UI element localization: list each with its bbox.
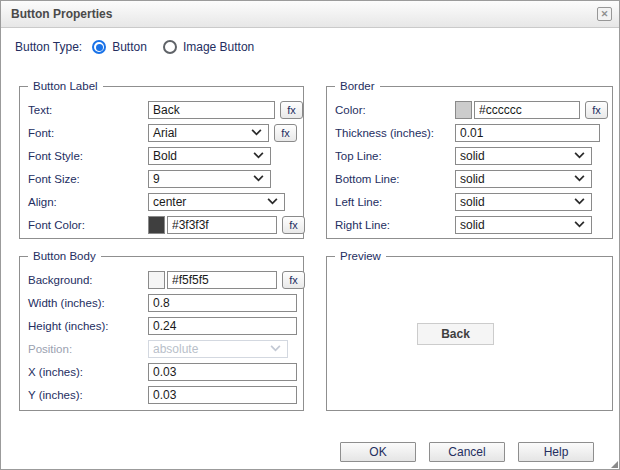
chevron-down-icon <box>574 152 585 159</box>
font-color-field-row: Font Color: fx <box>28 215 297 234</box>
align-select-value: center <box>153 195 186 209</box>
button-properties-dialog: Button Properties ✕ Button Type: Button … <box>0 0 620 470</box>
button-body-group: Button Body Background: fx Width (inches… <box>19 256 304 411</box>
height-label: Height (inches): <box>28 320 148 332</box>
button-type-label: Button Type: <box>15 40 82 54</box>
font-color-swatch[interactable] <box>148 216 165 234</box>
button-label-group: Button Label Text: fx Font: Arial fx Fon… <box>19 86 304 239</box>
button-label-legend: Button Label <box>28 79 103 93</box>
text-field-row: Text: fx <box>28 100 297 119</box>
bottom-line-field-row: Bottom Line: solid <box>335 169 606 188</box>
font-select[interactable]: Arial <box>148 124 269 142</box>
width-input[interactable] <box>148 294 297 312</box>
text-input[interactable] <box>148 101 275 119</box>
chevron-down-icon <box>251 129 262 136</box>
help-button[interactable]: Help <box>518 442 594 462</box>
background-swatch[interactable] <box>148 271 165 289</box>
border-color-fx-button[interactable]: fx <box>585 101 608 119</box>
position-label: Position: <box>28 343 148 355</box>
height-input[interactable] <box>148 317 297 335</box>
position-field-row: Position: absolute <box>28 339 297 358</box>
background-field-row: Background: fx <box>28 270 297 289</box>
font-color-fx-button[interactable]: fx <box>282 216 305 234</box>
right-line-field-row: Right Line: solid <box>335 215 606 234</box>
radio-option-button[interactable]: Button <box>92 40 147 54</box>
border-color-label: Color: <box>335 104 455 116</box>
radio-option-button-label: Button <box>112 40 147 54</box>
width-field-row: Width (inches): <box>28 293 297 312</box>
background-fx-button[interactable]: fx <box>282 271 305 289</box>
dialog-footer: OK Cancel Help <box>340 442 594 462</box>
top-line-label: Top Line: <box>335 150 455 162</box>
font-label: Font: <box>28 127 148 139</box>
border-group: Border Color: fx Thickness (inches): Top… <box>326 86 613 239</box>
border-color-field-row: Color: fx <box>335 100 606 119</box>
align-select[interactable]: center <box>148 193 285 211</box>
font-field-row: Font: Arial fx <box>28 123 297 142</box>
align-field-row: Align: center <box>28 192 297 211</box>
font-select-value: Arial <box>153 126 177 140</box>
x-input[interactable] <box>148 363 297 381</box>
chevron-down-icon <box>574 175 585 182</box>
font-style-field-row: Font Style: Bold <box>28 146 297 165</box>
close-icon[interactable]: ✕ <box>597 7 612 21</box>
radio-unselected-icon[interactable] <box>163 40 177 54</box>
border-color-input[interactable] <box>474 101 580 119</box>
font-style-label: Font Style: <box>28 150 148 162</box>
x-field-row: X (inches): <box>28 362 297 381</box>
font-style-select-value: Bold <box>153 149 177 163</box>
bottom-line-select[interactable]: solid <box>455 170 592 188</box>
button-body-legend: Button Body <box>28 249 101 263</box>
preview-legend: Preview <box>335 249 386 263</box>
width-label: Width (inches): <box>28 297 148 309</box>
radio-option-image-button-label: Image Button <box>183 40 254 54</box>
thickness-input[interactable] <box>455 124 600 142</box>
y-label: Y (inches): <box>28 389 148 401</box>
button-type-row: Button Type: Button Image Button <box>15 38 270 56</box>
font-size-select[interactable]: 9 <box>148 170 271 188</box>
preview-back-button: Back <box>417 323 494 345</box>
text-fx-button[interactable]: fx <box>280 101 303 119</box>
left-line-select[interactable]: solid <box>455 193 592 211</box>
resize-grip-icon[interactable] <box>611 461 618 468</box>
chevron-down-icon <box>574 221 585 228</box>
x-label: X (inches): <box>28 366 148 378</box>
left-line-label: Left Line: <box>335 196 455 208</box>
bottom-line-select-value: solid <box>460 172 485 186</box>
right-line-select[interactable]: solid <box>455 216 592 234</box>
radio-selected-icon[interactable] <box>92 40 106 54</box>
border-color-swatch[interactable] <box>455 101 472 119</box>
chevron-down-icon <box>253 152 264 159</box>
font-fx-button[interactable]: fx <box>274 124 297 142</box>
thickness-label: Thickness (inches): <box>335 127 455 139</box>
background-input[interactable] <box>167 271 277 289</box>
top-line-field-row: Top Line: solid <box>335 146 606 165</box>
dialog-titlebar: Button Properties ✕ <box>1 1 619 28</box>
align-label: Align: <box>28 196 148 208</box>
cancel-button[interactable]: Cancel <box>429 442 505 462</box>
y-input[interactable] <box>148 386 297 404</box>
height-field-row: Height (inches): <box>28 316 297 335</box>
right-line-label: Right Line: <box>335 219 455 231</box>
radio-option-image-button[interactable]: Image Button <box>163 40 254 54</box>
font-style-select[interactable]: Bold <box>148 147 271 165</box>
font-size-label: Font Size: <box>28 173 148 185</box>
chevron-down-icon <box>270 345 281 352</box>
preview-group: Preview Back <box>326 256 613 411</box>
bottom-line-label: Bottom Line: <box>335 173 455 185</box>
ok-button[interactable]: OK <box>340 442 416 462</box>
chevron-down-icon <box>253 175 264 182</box>
text-label: Text: <box>28 104 148 116</box>
chevron-down-icon <box>267 198 278 205</box>
background-label: Background: <box>28 274 148 286</box>
font-color-input[interactable] <box>167 216 277 234</box>
left-line-select-value: solid <box>460 195 485 209</box>
font-size-select-value: 9 <box>153 172 160 186</box>
y-field-row: Y (inches): <box>28 385 297 404</box>
thickness-field-row: Thickness (inches): <box>335 123 606 142</box>
position-select-value: absolute <box>153 342 198 356</box>
top-line-select[interactable]: solid <box>455 147 592 165</box>
top-line-select-value: solid <box>460 149 485 163</box>
chevron-down-icon <box>574 198 585 205</box>
font-size-field-row: Font Size: 9 <box>28 169 297 188</box>
